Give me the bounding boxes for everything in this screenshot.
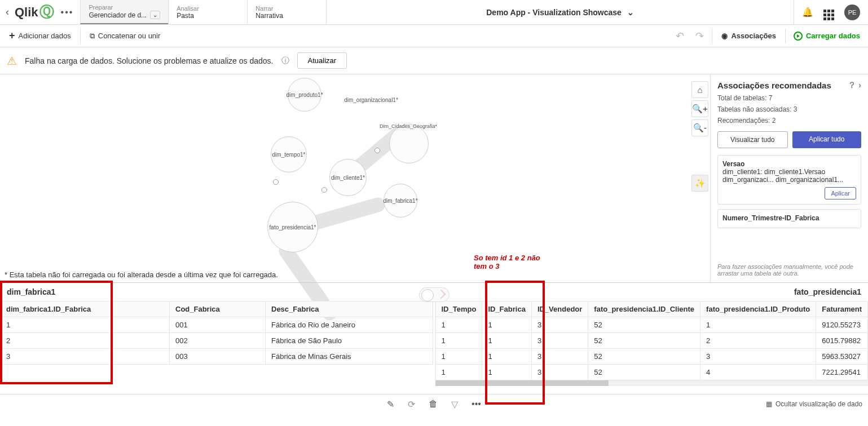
col-header[interactable]: dim_fabrica1.ID_Fabrica bbox=[1, 301, 170, 317]
app-title-text: Demo App - Visualization Showcase bbox=[486, 8, 622, 17]
bubble-dim-organizacional[interactable]: dim_organizacional1* bbox=[349, 91, 394, 108]
redo-button[interactable]: ↷ bbox=[692, 30, 707, 42]
concat-label: Concatenar ou unir bbox=[98, 32, 161, 40]
table-row[interactable]: 1001Fábrica do Rio de Janeiro bbox=[1, 317, 433, 333]
view-all-button[interactable]: Visualizar tudo bbox=[717, 131, 788, 148]
add-data-button[interactable]: +Adicionar dados bbox=[5, 26, 76, 45]
annotation-text: So tem id 1 e 2 não tem o 3 bbox=[474, 254, 540, 270]
bubble-label: Dim_Cidades_Geografia* bbox=[380, 123, 437, 129]
warning-message: Falha na carga de dados. Solucione os pr… bbox=[25, 56, 274, 65]
rec-title: Numero_Trimestre-ID_Fabrica bbox=[722, 214, 856, 222]
col-header[interactable]: ID_Tempo bbox=[435, 301, 482, 317]
bubble-dim-fabrica[interactable]: dim_fabrica1* bbox=[384, 184, 417, 218]
undo-button[interactable]: ↶ bbox=[672, 30, 688, 42]
notifications-icon[interactable]: 🔔 bbox=[802, 7, 813, 17]
annotation-line1: So tem id 1 e 2 não bbox=[474, 254, 540, 262]
tab-top-label: Narrar bbox=[255, 5, 318, 12]
home-zoom-button[interactable]: ⌂ bbox=[691, 81, 708, 98]
apply-button[interactable]: Aplicar bbox=[825, 187, 856, 199]
right-table-pane: fato_presidencia1 ID_Tempo ID_Fabrica ID… bbox=[433, 283, 869, 394]
col-header[interactable]: ID_Fabrica bbox=[482, 301, 531, 317]
close-panel-icon[interactable]: › bbox=[858, 80, 861, 90]
info-icon[interactable]: ⓘ bbox=[281, 56, 289, 66]
col-header[interactable]: Desc_Fabrica bbox=[266, 301, 433, 317]
app-title[interactable]: Demo App - Visualization Showcase⌄ bbox=[326, 0, 794, 24]
tab-preparar[interactable]: Preparar Gerenciador de d...⌄ bbox=[80, 0, 168, 24]
tab-narrar[interactable]: Narrar Narrativa bbox=[247, 0, 326, 24]
user-avatar[interactable]: PE bbox=[844, 5, 860, 20]
association-canvas[interactable]: dim_produto1* dim_organizacional1* dim_t… bbox=[0, 74, 710, 282]
delete-icon[interactable]: 🗑 bbox=[429, 399, 438, 409]
apps-grid-icon[interactable] bbox=[823, 5, 834, 20]
associations-button[interactable]: ◉Associações bbox=[717, 28, 781, 43]
warning-icon: ⚠ bbox=[7, 54, 17, 68]
bubble-fato-presidencia[interactable]: fato_presidencia1* bbox=[267, 202, 318, 252]
more-menu-button[interactable]: ••• bbox=[54, 7, 81, 17]
logo-text: Qlik bbox=[15, 5, 38, 20]
tab-bottom-label: Narrativa bbox=[255, 12, 318, 20]
hide-data-view-button[interactable]: ▦ Ocultar visualização de dado bbox=[766, 400, 862, 408]
table-row[interactable]: 1135235963.53027 bbox=[435, 349, 868, 365]
recommendation-card[interactable]: Versao dim_cliente1: dim_cliente1.Versao… bbox=[717, 155, 861, 205]
tab-top-label: Preparar bbox=[89, 4, 160, 11]
refresh-button[interactable]: Atualizar bbox=[297, 52, 347, 69]
recommendations-label: Recomendações: 2 bbox=[717, 117, 861, 125]
load-label: Carregar dados bbox=[806, 32, 860, 40]
bubble-dim-cidades[interactable]: Dim_Cidades_Geografia* bbox=[389, 124, 429, 163]
table-row[interactable]: 1135219120.55273 bbox=[435, 317, 868, 333]
right-data-table: ID_Tempo ID_Fabrica ID_Vendedor fato_pre… bbox=[435, 301, 869, 380]
bubble-dim-tempo[interactable]: dim_tempo1* bbox=[271, 136, 307, 172]
chevron-down-icon: ⌄ bbox=[627, 8, 634, 17]
eye-icon: ◉ bbox=[721, 32, 728, 40]
tab-analisar[interactable]: Analisar Pasta bbox=[168, 0, 247, 24]
edit-icon[interactable]: ✎ bbox=[387, 399, 394, 410]
qlik-logo: QlikⓆ bbox=[15, 2, 54, 22]
recommendations-panel: Associações recomendadas？ › Total de tab… bbox=[710, 74, 868, 282]
more-icon[interactable]: ••• bbox=[472, 399, 481, 409]
table-icon: ▦ bbox=[766, 400, 772, 408]
divider bbox=[785, 29, 786, 43]
assoc-label: Associações bbox=[731, 32, 776, 40]
rec-detail: dim_organizaci... dim_organizacional1... bbox=[722, 176, 856, 184]
divider bbox=[80, 29, 81, 43]
left-table-name: dim_fabrica1 bbox=[0, 283, 433, 301]
table-row[interactable]: 1135226015.79882 bbox=[435, 333, 868, 349]
tab-top-label: Analisar bbox=[177, 5, 239, 12]
col-header[interactable]: fato_presidencia1.ID_Produto bbox=[700, 301, 816, 317]
divider bbox=[712, 29, 712, 43]
table-row[interactable]: 3003Fábrica de Minas Gerais bbox=[1, 349, 433, 365]
annotation-line2: tem o 3 bbox=[474, 262, 540, 270]
hide-label: Ocultar visualização de dado bbox=[776, 400, 862, 408]
col-header[interactable]: Cod_Fabrica bbox=[170, 301, 266, 317]
bubble-dim-produto[interactable]: dim_produto1* bbox=[288, 78, 321, 112]
chevron-down-icon[interactable]: ⌄ bbox=[150, 11, 160, 19]
col-header[interactable]: fato_presidencia1.ID_Cliente bbox=[588, 301, 700, 317]
rec-title: Versao bbox=[722, 160, 856, 168]
view-toggle[interactable] bbox=[419, 287, 450, 302]
tab-bottom-label: Gerenciador de d... bbox=[89, 11, 147, 19]
refresh-icon: ⟳ bbox=[408, 399, 415, 410]
zoom-in-button[interactable]: 🔍+ bbox=[691, 100, 708, 117]
horizontal-scrollbar[interactable] bbox=[435, 380, 869, 386]
zoom-out-button[interactable]: 🔍- bbox=[691, 119, 708, 136]
panel-title: Associações recomendadas bbox=[717, 81, 831, 90]
rec-detail: dim_cliente1: dim_cliente1.Versao bbox=[722, 168, 856, 176]
tab-bottom-label: Pasta bbox=[177, 12, 239, 20]
bubble-dim-cliente[interactable]: dim_cliente1* bbox=[329, 159, 367, 196]
magic-wand-button[interactable]: ✨ bbox=[691, 175, 708, 192]
table-row[interactable]: 1135247221.29541 bbox=[435, 365, 868, 380]
unassociated-tables-label: Tabelas não associadas: 3 bbox=[717, 105, 861, 113]
add-data-label: Adicionar dados bbox=[19, 32, 71, 40]
panel-hint: Para fazer associações manualmente, você… bbox=[717, 263, 861, 277]
table-row[interactable]: 2002Fábrica de São Paulo bbox=[1, 333, 433, 349]
logo-icon: Ⓠ bbox=[39, 2, 54, 22]
load-data-button[interactable]: Carregar dados bbox=[790, 32, 863, 41]
help-icon[interactable]: ？ bbox=[848, 80, 856, 90]
back-button[interactable]: ‹ bbox=[0, 6, 15, 18]
concat-button[interactable]: ⧉Concatenar ou unir bbox=[85, 28, 165, 44]
total-tables-label: Total de tabelas: 7 bbox=[717, 94, 861, 102]
recommendation-card[interactable]: Numero_Trimestre-ID_Fabrica bbox=[717, 209, 861, 228]
col-header[interactable]: Faturament bbox=[816, 301, 868, 317]
apply-all-button[interactable]: Aplicar tudo bbox=[792, 131, 862, 148]
col-header[interactable]: ID_Vendedor bbox=[531, 301, 588, 317]
